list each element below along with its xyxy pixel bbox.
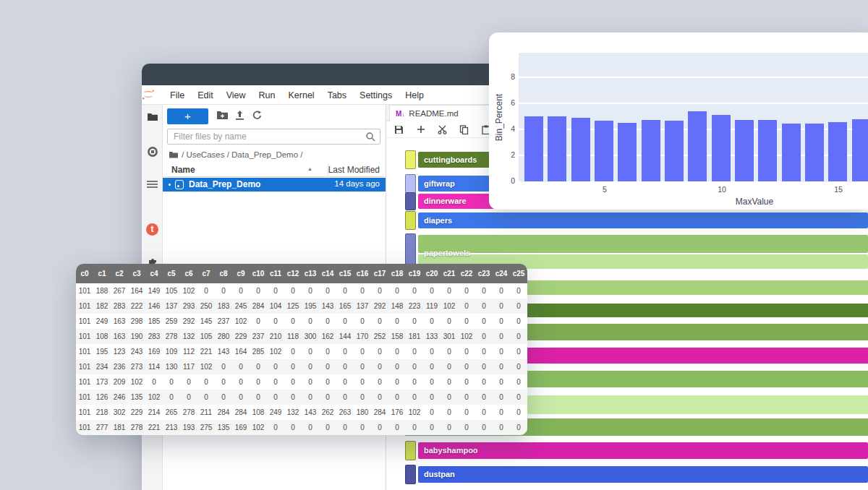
table-cell: 0: [267, 314, 284, 329]
filter-files-input[interactable]: [168, 129, 380, 144]
table-row[interactable]: 1011882671641491051020000000000000000000: [76, 283, 527, 298]
table-cell: 0: [423, 405, 441, 420]
table-cell: 222: [128, 298, 145, 314]
histogram-bar: [782, 124, 801, 181]
table-cell: 101: [76, 359, 93, 374]
table-cell: 169: [145, 344, 163, 359]
table-row[interactable]: 1012183022292142652782112842841082491321…: [76, 405, 527, 420]
table-cell: 0: [406, 344, 423, 359]
table-cell: 0: [441, 344, 458, 359]
breadcrumb[interactable]: / UseCases / Data_Prep_Demo /: [169, 150, 302, 160]
table-cell: 0: [423, 390, 441, 405]
running-kernels-icon[interactable]: [145, 145, 159, 158]
table-cell: 0: [371, 344, 388, 359]
y-tick-label: 2: [496, 150, 515, 159]
table-cell: 0: [406, 283, 423, 298]
menu-settings[interactable]: Settings: [353, 90, 399, 100]
table-cell: 0: [510, 405, 527, 420]
table-row[interactable]: 1012771812782212131932751351691020000000…: [76, 420, 527, 435]
table-cell: 0: [197, 283, 215, 298]
table-cell: 234: [93, 359, 111, 374]
table-cell: 0: [458, 298, 475, 314]
new-folder-icon[interactable]: [216, 110, 229, 123]
menu-edit[interactable]: Edit: [191, 90, 220, 100]
x-axis-title: MaxValue: [726, 197, 783, 207]
table-cell: 182: [93, 298, 111, 314]
table-cell: 0: [510, 314, 527, 329]
new-launcher-button[interactable]: +: [167, 108, 208, 124]
table-cell: 0: [475, 344, 493, 359]
histogram-bar: [735, 120, 754, 181]
table-cell: 218: [93, 405, 111, 420]
table-cell: 102: [197, 359, 215, 374]
table-cell: 0: [406, 359, 423, 374]
table-cell: 302: [111, 405, 128, 420]
table-cell: 0: [458, 359, 475, 374]
table-cell: 0: [354, 283, 371, 298]
menu-run[interactable]: Run: [252, 90, 282, 100]
table-cell: 137: [163, 298, 180, 314]
file-row-selected[interactable]: Data_Prep_Demo 14 days ago: [163, 178, 386, 192]
table-cell: 267: [111, 283, 128, 298]
table-column-header: c8: [215, 264, 232, 283]
tab-readme[interactable]: M↓ README.md: [389, 105, 505, 121]
table-cell: 125: [284, 298, 302, 314]
table-cell: 176: [388, 405, 406, 420]
menu-view[interactable]: View: [220, 90, 252, 100]
table-cell: 0: [180, 390, 197, 405]
table-column-header: c1: [93, 264, 111, 283]
table-cell: 0: [510, 283, 527, 298]
table-cell: 146: [145, 298, 163, 314]
table-row[interactable]: 1011822832221461372932501832452841041251…: [76, 298, 527, 314]
table-cell: 0: [163, 390, 180, 405]
table-cell: 298: [128, 314, 145, 329]
table-column-header: c14: [319, 264, 336, 283]
file-browser-tab-folder-icon[interactable]: [145, 110, 159, 124]
table-row[interactable]: 1011951232431691091122211431642851020000…: [76, 344, 527, 359]
table-column-header: c12: [284, 264, 302, 283]
table-cell: 277: [93, 420, 111, 435]
table-cell: 0: [423, 420, 441, 435]
column-header-last-modified[interactable]: Last Modified: [328, 165, 380, 175]
notebook-icon: [175, 180, 184, 189]
breadcrumb-path: / UseCases / Data_Prep_Demo /: [182, 150, 302, 159]
search-icon[interactable]: [365, 132, 375, 142]
save-icon[interactable]: [393, 124, 404, 135]
menu-file[interactable]: File: [163, 90, 191, 100]
table-cell: 0: [284, 314, 302, 329]
table-cell: 211: [197, 405, 215, 420]
table-cell: 0: [215, 390, 232, 405]
refresh-icon[interactable]: [252, 110, 265, 123]
table-row[interactable]: 1011081631902832781321052802292372101183…: [76, 329, 527, 344]
upload-icon[interactable]: [234, 110, 247, 123]
table-cell: 0: [284, 374, 302, 390]
table-cell: 0: [336, 359, 354, 374]
table-of-contents-icon[interactable]: [145, 177, 159, 191]
table-cell: 164: [232, 344, 250, 359]
column-header-name[interactable]: Name: [171, 165, 195, 175]
menu-help[interactable]: Help: [399, 90, 430, 100]
insert-cell-icon[interactable]: [415, 124, 426, 135]
table-row[interactable]: 101126246135102000000000000000000000: [76, 390, 527, 405]
table-cell: 0: [475, 314, 493, 329]
table-cell: 0: [336, 420, 354, 435]
table-cell: 273: [128, 359, 145, 374]
gridline: [519, 103, 868, 104]
table-row[interactable]: 1011732091020000000000000000000000: [76, 374, 527, 390]
table-cell: 135: [215, 420, 232, 435]
table-cell: 0: [423, 314, 441, 329]
table-cell: 180: [354, 405, 371, 420]
t-extension-icon[interactable]: t: [145, 223, 159, 236]
table-cell: 173: [93, 374, 111, 390]
table-cell: 0: [458, 374, 475, 390]
table-row[interactable]: 1012491632981852592921452371020000000000…: [76, 314, 527, 329]
cut-icon[interactable]: [437, 124, 448, 135]
copy-icon[interactable]: [459, 124, 469, 135]
table-cell: 0: [388, 374, 406, 390]
table-cell: 0: [493, 314, 510, 329]
table-row[interactable]: 1012342362731141301171020000000000000000…: [76, 359, 527, 374]
menu-kernel[interactable]: Kernel: [282, 90, 321, 100]
table-cell: 0: [302, 390, 319, 405]
sort-ascending-icon[interactable]: ▲: [307, 166, 312, 171]
menu-tabs[interactable]: Tabs: [321, 90, 353, 100]
